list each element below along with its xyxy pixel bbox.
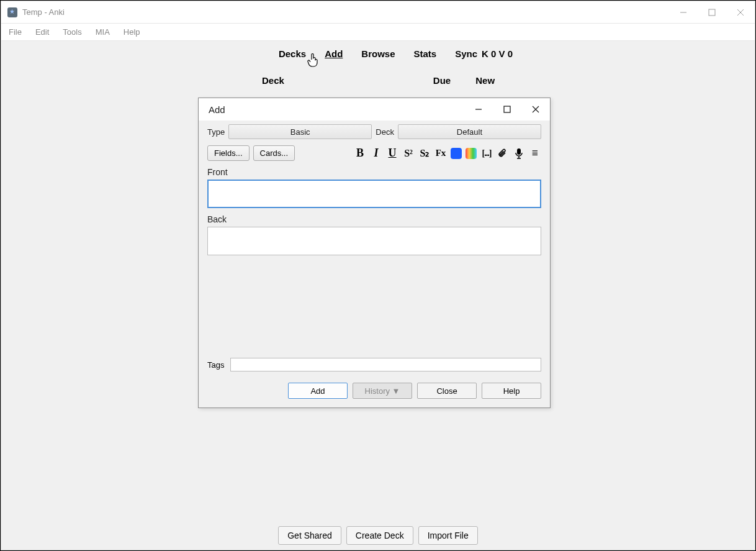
type-label: Type [207,127,225,137]
kv-counter: K 0 V 0 [482,48,513,59]
get-shared-button[interactable]: Get Shared [278,526,341,545]
subscript-icon[interactable]: S₂ [418,147,431,160]
tab-sync[interactable]: Sync [455,48,477,59]
clear-format-icon[interactable]: Fx [434,147,447,160]
svg-rect-1 [709,9,715,16]
anki-app-icon [7,7,17,17]
record-audio-icon[interactable] [513,147,525,160]
window-title: Temp - Anki [22,7,65,17]
tags-field[interactable] [230,358,541,371]
close-icon [531,105,540,114]
dialog-close-button[interactable] [521,98,550,121]
main-titlebar: Temp - Anki [1,1,755,24]
help-button[interactable]: Help [482,383,541,399]
deck-list-header: Deck Due New [1,59,755,86]
text-color-icon[interactable] [451,148,462,159]
help-button-label: Help [503,386,520,396]
deck-label: Deck [376,127,394,137]
menu-mia[interactable]: MIA [96,27,110,37]
menubar: File Edit Tools MIA Help [1,24,755,41]
top-tabs: Decks Add Browse Stats Sync [1,41,755,59]
content-area: Decks Add Browse Stats Sync K 0 V 0 Deck… [1,41,755,550]
bottom-button-row: Get Shared Create Deck Import File [1,526,755,545]
main-window: Temp - Anki File Edit Tools MIA Help Dec… [1,1,755,550]
close-dialog-button[interactable]: Close [417,383,477,399]
import-file-button[interactable]: Import File [418,526,478,545]
mic-icon [515,148,523,159]
highlight-color-icon[interactable] [466,148,477,159]
note-type-selector[interactable]: Basic [228,124,372,139]
minimize-icon [680,9,687,16]
add-dialog: Add Type Basic [198,98,551,408]
tab-stats[interactable]: Stats [414,48,437,59]
add-dialog-body: Type Basic Deck Default Fields... Cards.… [199,121,550,408]
maximize-icon [503,106,511,113]
back-field[interactable] [207,227,541,255]
deck-value: Default [457,127,482,137]
add-dialog-titlebar: Add [199,98,550,121]
deck-header-new: New [475,75,495,86]
add-dialog-window-controls [464,98,550,121]
front-field[interactable] [207,180,541,208]
menu-help[interactable]: Help [124,27,140,37]
deck-header-deck: Deck [262,75,284,86]
add-dialog-title: Add [209,104,225,115]
tab-add[interactable]: Add [325,48,343,59]
underline-icon[interactable]: U [386,147,398,160]
attach-icon[interactable] [497,147,509,160]
paperclip-icon [498,148,508,159]
menu-file[interactable]: File [9,27,22,37]
format-toolbar: B I U S² S₂ Fx [...] [354,147,541,160]
italic-icon[interactable]: I [370,147,382,160]
main-window-controls [669,1,755,24]
maximize-icon [708,9,716,16]
svg-rect-5 [504,106,510,112]
close-button-label: Close [436,386,457,396]
deck-header-due: Due [433,75,451,86]
add-button-label: Add [310,386,325,396]
front-label: Front [207,167,541,177]
tab-decks[interactable]: Decks [279,48,306,59]
history-button[interactable]: History ▼ [353,383,412,399]
deck-selector[interactable]: Default [398,124,541,139]
bold-icon[interactable]: B [354,147,366,160]
more-options-icon[interactable]: ≡ [529,147,541,160]
superscript-icon[interactable]: S² [402,147,415,160]
history-button-label: History ▼ [365,386,400,396]
add-button[interactable]: Add [288,383,348,399]
tab-browse[interactable]: Browse [361,48,395,59]
dialog-maximize-button[interactable] [493,98,521,121]
fields-button[interactable]: Fields... [207,145,250,161]
back-label: Back [207,214,541,224]
menu-edit[interactable]: Edit [35,27,49,37]
menu-tools[interactable]: Tools [63,27,81,37]
maximize-button[interactable] [698,1,726,24]
cloze-icon[interactable]: [...] [480,147,493,160]
minimize-button[interactable] [669,1,698,24]
create-deck-button[interactable]: Create Deck [346,526,413,545]
tags-label: Tags [207,360,224,370]
cards-button[interactable]: Cards... [253,145,295,161]
close-icon [737,9,744,16]
close-button[interactable] [726,1,755,24]
minimize-icon [475,106,482,113]
svg-rect-8 [517,148,521,155]
note-type-value: Basic [290,127,310,137]
dialog-minimize-button[interactable] [464,98,493,121]
